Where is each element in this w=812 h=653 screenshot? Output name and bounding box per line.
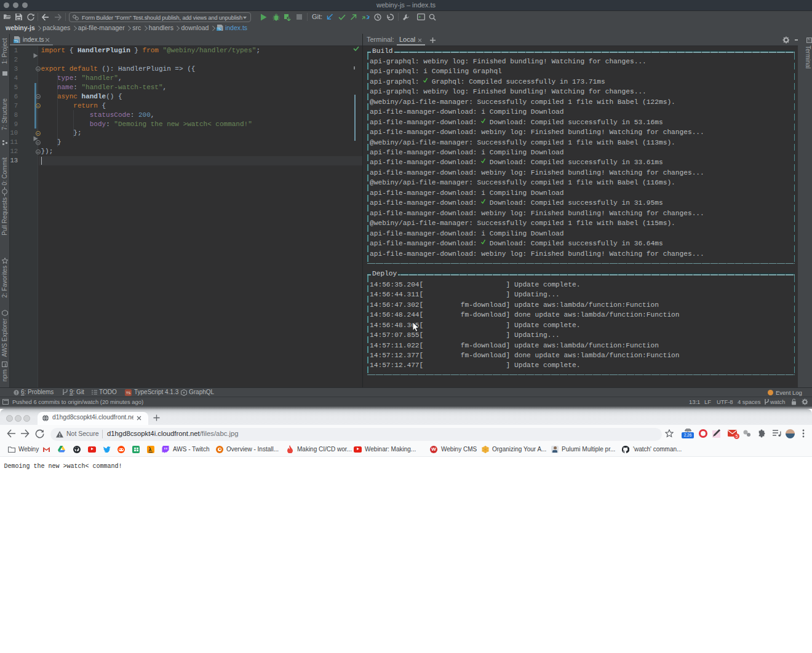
svg-text:TS: TS — [217, 28, 221, 31]
svg-text:TS: TS — [14, 39, 18, 43]
